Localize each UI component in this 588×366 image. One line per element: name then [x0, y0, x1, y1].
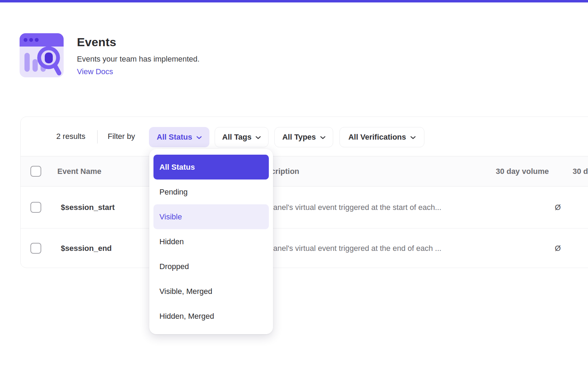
status-dropdown-menu: All Status Pending Visible Hidden Droppe… [149, 149, 273, 334]
row-checkbox[interactable] [30, 202, 41, 213]
column-header-event-name[interactable]: Event Name [57, 156, 101, 186]
filter-chip-verifications-label: All Verifications [348, 133, 406, 142]
column-header-clipped[interactable]: 30 d [573, 156, 588, 186]
chevron-down-icon [256, 136, 261, 139]
column-header-30-day-volume[interactable]: 30 day volume [405, 156, 549, 186]
page-title: Events [77, 35, 392, 49]
table-row[interactable]: $session_end Mixpanel's virtual event tr… [21, 228, 588, 268]
events-illustration-icon [20, 33, 64, 77]
status-option-hidden-merged[interactable]: Hidden, Merged [153, 304, 269, 329]
event-name: $session_end [61, 228, 112, 268]
status-option-visible[interactable]: Visible [153, 204, 269, 229]
event-30day-volume: Ø [440, 228, 561, 268]
results-count: 2 results [56, 117, 85, 156]
row-checkbox[interactable] [30, 243, 41, 254]
event-description: Mixpanel's virtual event triggered at th… [257, 186, 442, 228]
select-all-checkbox[interactable] [30, 166, 41, 177]
chevron-down-icon [196, 136, 202, 139]
event-description: Mixpanel's virtual event triggered at th… [257, 228, 442, 268]
event-30day-volume: Ø [440, 186, 561, 228]
filter-by-label: Filter by [108, 117, 135, 156]
status-option-all-status[interactable]: All Status [153, 155, 269, 180]
filter-chip-status[interactable]: All Status [149, 127, 209, 147]
filter-chip-tags[interactable]: All Tags [215, 127, 268, 147]
events-table-card: 2 results Filter by All Status All Tags … [20, 117, 588, 268]
status-option-visible-merged[interactable]: Visible, Merged [153, 279, 269, 304]
event-name: $session_start [61, 186, 115, 228]
top-accent-bar [0, 0, 588, 2]
chevron-down-icon [410, 136, 416, 139]
table-row[interactable]: $session_start Mixpanel's virtual event … [21, 186, 588, 228]
filter-chip-types[interactable]: All Types [274, 127, 333, 147]
filter-chip-tags-label: All Tags [222, 133, 252, 142]
table-header-row: Event Name Description 30 day volume 30 … [21, 156, 588, 186]
status-option-dropped[interactable]: Dropped [153, 254, 269, 279]
status-option-hidden[interactable]: Hidden [153, 229, 269, 254]
status-option-pending[interactable]: Pending [153, 180, 269, 204]
page-subtitle: Events your team has implemented. [77, 55, 392, 64]
filter-chip-verifications[interactable]: All Verifications [339, 127, 424, 147]
filter-toolbar: 2 results Filter by All Status All Tags … [21, 117, 588, 156]
filter-chip-types-label: All Types [282, 133, 316, 142]
view-docs-link[interactable]: View Docs [77, 67, 113, 76]
chevron-down-icon [320, 136, 325, 139]
toolbar-divider [97, 130, 98, 143]
filter-chip-status-label: All Status [157, 133, 192, 142]
